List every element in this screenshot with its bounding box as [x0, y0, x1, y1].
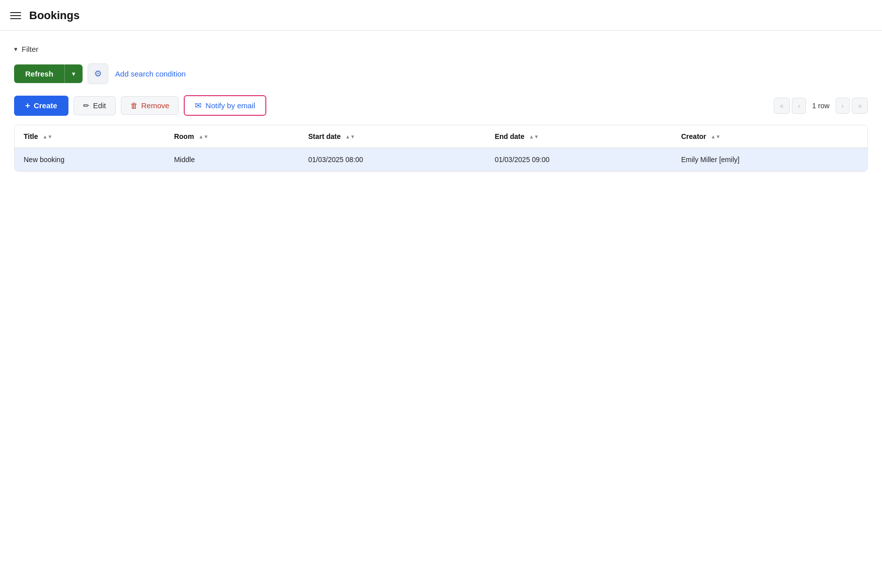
remove-button[interactable]: 🗑 Remove	[121, 96, 179, 115]
refresh-button[interactable]: Refresh	[14, 64, 64, 83]
gear-icon: ⚙	[94, 68, 102, 79]
edit-label: Edit	[93, 101, 106, 110]
first-page-button[interactable]: «	[774, 98, 790, 114]
filter-row[interactable]: ▾ Filter	[14, 45, 868, 53]
main-content: ▾ Filter Refresh ▾ ⚙ Add search conditio…	[0, 31, 882, 172]
col-header-start-date[interactable]: Start date ▲▼	[299, 125, 485, 148]
pencil-icon: ✏	[83, 101, 90, 110]
toolbar-row: Refresh ▾ ⚙ Add search condition	[14, 63, 868, 84]
remove-label: Remove	[141, 101, 170, 110]
filter-label: Filter	[22, 45, 38, 53]
next-page-button[interactable]: ›	[836, 98, 850, 114]
row-count-label: 1 row	[808, 102, 833, 110]
sort-icon-start-date: ▲▼	[345, 134, 355, 139]
create-button[interactable]: + Create	[14, 96, 68, 116]
sort-icon-title: ▲▼	[42, 134, 52, 139]
filter-chevron-icon: ▾	[14, 45, 18, 53]
refresh-button-group: Refresh ▾	[14, 64, 83, 83]
plus-icon: +	[25, 101, 30, 111]
cell-title: New booking	[15, 148, 165, 171]
cell-room: Middle	[165, 148, 300, 171]
bookings-table: Title ▲▼ Room ▲▼ Start date ▲▼ End date …	[15, 125, 867, 171]
app-header: Bookings	[0, 0, 882, 31]
table-body: New bookingMiddle01/03/2025 08:0001/03/2…	[15, 148, 867, 171]
col-header-room[interactable]: Room ▲▼	[165, 125, 300, 148]
cell-start_date: 01/03/2025 08:00	[299, 148, 485, 171]
col-header-creator[interactable]: Creator ▲▼	[672, 125, 867, 148]
cell-creator: Emily Miller [emily]	[672, 148, 867, 171]
refresh-dropdown-button[interactable]: ▾	[64, 64, 83, 83]
bookings-table-container: Title ▲▼ Room ▲▼ Start date ▲▼ End date …	[14, 125, 868, 172]
pagination: « ‹ 1 row › »	[774, 98, 868, 114]
hamburger-menu[interactable]	[10, 12, 21, 19]
trash-icon: 🗑	[130, 101, 138, 110]
mail-icon: ✉	[195, 101, 201, 110]
create-label: Create	[34, 101, 57, 110]
col-header-title[interactable]: Title ▲▼	[15, 125, 165, 148]
settings-button[interactable]: ⚙	[88, 63, 108, 84]
table-header: Title ▲▼ Room ▲▼ Start date ▲▼ End date …	[15, 125, 867, 148]
prev-page-button[interactable]: ‹	[792, 98, 806, 114]
notify-label: Notify by email	[205, 101, 255, 110]
page-title: Bookings	[29, 9, 80, 22]
table-row[interactable]: New bookingMiddle01/03/2025 08:0001/03/2…	[15, 148, 867, 171]
sort-icon-end-date: ▲▼	[529, 134, 539, 139]
col-header-end-date[interactable]: End date ▲▼	[486, 125, 672, 148]
edit-button[interactable]: ✏ Edit	[74, 96, 116, 115]
sort-icon-creator: ▲▼	[711, 134, 721, 139]
action-row: + Create ✏ Edit 🗑 Remove ✉ Notify by ema…	[14, 95, 868, 116]
dropdown-arrow-icon: ▾	[72, 70, 76, 78]
cell-end_date: 01/03/2025 09:00	[486, 148, 672, 171]
last-page-button[interactable]: »	[852, 98, 868, 114]
notify-by-email-button[interactable]: ✉ Notify by email	[184, 95, 266, 116]
sort-icon-room: ▲▼	[198, 134, 208, 139]
add-condition-button[interactable]: Add search condition	[113, 65, 188, 82]
